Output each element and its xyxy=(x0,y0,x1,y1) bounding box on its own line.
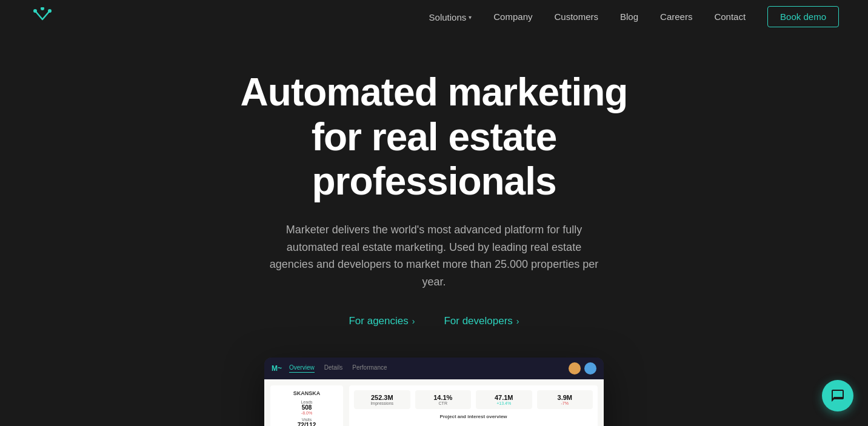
for-agencies-link[interactable]: For agencies › xyxy=(349,315,415,327)
for-developers-link[interactable]: For developers › xyxy=(444,315,519,327)
tab-details[interactable]: Details xyxy=(324,364,343,373)
dashboard-brand: SKANSKA xyxy=(275,390,338,396)
stat-ctr-value: 14.1% xyxy=(420,394,467,401)
company-link[interactable]: Company xyxy=(493,12,532,22)
for-developers-label: For developers xyxy=(444,315,512,327)
dashboard-logo: M~ xyxy=(272,364,282,373)
stat-reach: 47.1M +13.4% xyxy=(476,390,532,409)
dashboard-tabs: Overview Details Performance xyxy=(289,364,387,373)
main-chart xyxy=(354,422,593,426)
logo-icon xyxy=(29,7,56,27)
metric-leads-label: Leads xyxy=(275,400,338,404)
metric-visits-label: Visits xyxy=(275,418,338,422)
metric-leads-change: -8.0% xyxy=(275,411,338,415)
solutions-link[interactable]: Solutions ▾ xyxy=(429,12,472,22)
chart-area xyxy=(354,422,593,426)
chart-label: Project and interest overview xyxy=(354,414,593,419)
stat-reach-value: 47.1M xyxy=(481,394,527,401)
metric-visits: Visits 72/112 xyxy=(275,418,338,426)
agencies-chevron-icon: › xyxy=(412,316,415,326)
contact-link[interactable]: Contact xyxy=(714,12,746,22)
careers-link[interactable]: Careers xyxy=(660,12,692,22)
for-agencies-label: For agencies xyxy=(349,315,408,327)
stat-impressions-2: 3.9M -7% xyxy=(537,390,593,409)
dashboard-main-panel: 252.3M Impressions 14.1% CTR 47.1M +13.4… xyxy=(349,385,598,426)
logo[interactable] xyxy=(29,7,56,27)
dashboard-body: SKANSKA Leads 508 -8.0% Visits 72/112 xyxy=(264,379,604,426)
nav-item-contact[interactable]: Contact xyxy=(714,12,746,22)
stat-impressions-2-change: -7% xyxy=(542,401,589,405)
hero-title: Automated marketing for real estate prof… xyxy=(222,70,646,204)
dashboard-preview: M~ Overview Details Performance SKANSKA … xyxy=(264,358,604,426)
stat-reach-change: +13.4% xyxy=(481,401,527,405)
hero-ctas: For agencies › For developers › xyxy=(349,315,519,327)
stat-ctr: 14.1% CTR xyxy=(415,390,472,409)
stat-impressions: 252.3M Impressions xyxy=(354,390,410,409)
dashboard-header: M~ Overview Details Performance xyxy=(264,358,604,379)
chevron-down-icon: ▾ xyxy=(469,14,472,21)
metric-visits-value: 72/112 xyxy=(275,422,338,426)
nav-item-careers[interactable]: Careers xyxy=(660,12,692,22)
developers-chevron-icon: › xyxy=(516,316,519,326)
svg-point-1 xyxy=(41,7,44,10)
stat-ctr-label: CTR xyxy=(420,401,467,405)
chat-icon xyxy=(830,388,845,403)
stat-impressions-2-value: 3.9M xyxy=(542,394,589,401)
blog-link[interactable]: Blog xyxy=(620,12,638,22)
chat-bubble[interactable] xyxy=(822,380,853,411)
nav-item-company[interactable]: Company xyxy=(493,12,532,22)
stats-row: 252.3M Impressions 14.1% CTR 47.1M +13.4… xyxy=(354,390,593,409)
hero-section: Automated marketing for real estate prof… xyxy=(0,34,868,426)
metric-leads: Leads 508 -8.0% xyxy=(275,400,338,415)
nav-item-customers[interactable]: Customers xyxy=(554,12,598,22)
tab-overview[interactable]: Overview xyxy=(289,364,315,373)
hero-subtitle: Marketer delivers the world's most advan… xyxy=(264,221,604,291)
solutions-label: Solutions xyxy=(429,12,467,22)
stat-impressions-value: 252.3M xyxy=(359,394,406,401)
dashboard-sidebar: SKANSKA Leads 508 -8.0% Visits 72/112 xyxy=(270,385,343,426)
metric-leads-value: 508 xyxy=(275,404,338,411)
nav-links: Solutions ▾ Company Customers Blog Caree… xyxy=(429,12,839,22)
nav-item-cta[interactable]: Book demo xyxy=(767,12,839,22)
tab-performance[interactable]: Performance xyxy=(352,364,387,373)
customers-link[interactable]: Customers xyxy=(554,12,598,22)
navbar: Solutions ▾ Company Customers Blog Caree… xyxy=(0,0,868,34)
book-demo-button[interactable]: Book demo xyxy=(767,6,839,27)
dashboard-container: M~ Overview Details Performance SKANSKA … xyxy=(264,358,604,426)
stat-impressions-label: Impressions xyxy=(359,401,406,405)
nav-item-solutions[interactable]: Solutions ▾ xyxy=(429,12,472,22)
nav-item-blog[interactable]: Blog xyxy=(620,12,638,22)
